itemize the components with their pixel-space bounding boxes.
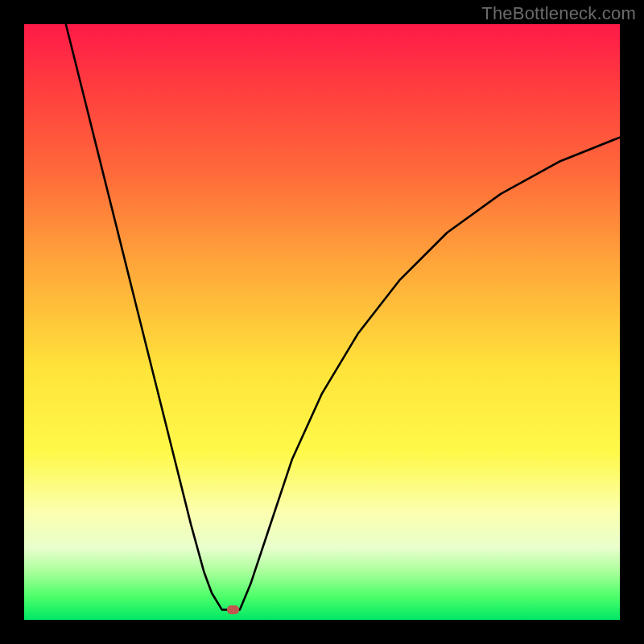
bottleneck-curve bbox=[24, 24, 620, 620]
plot-area bbox=[24, 24, 620, 620]
watermark-text: TheBottleneck.com bbox=[481, 3, 636, 24]
minimum-marker bbox=[227, 605, 239, 614]
curve-path bbox=[66, 24, 620, 609]
chart-frame: TheBottleneck.com bbox=[0, 0, 644, 644]
